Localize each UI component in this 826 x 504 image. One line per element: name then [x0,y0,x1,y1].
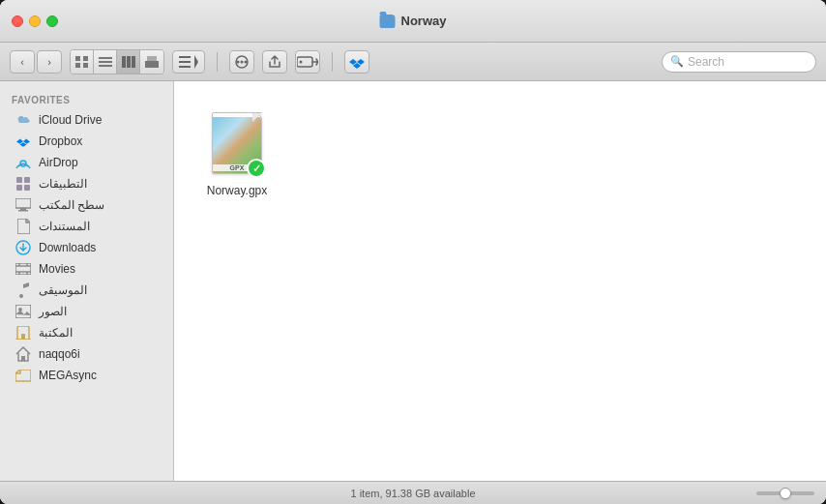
zoom-slider[interactable] [756,491,814,495]
svg-rect-34 [21,356,25,361]
svg-rect-27 [15,198,31,208]
sidebar-item-label: iCloud Drive [39,113,102,127]
sidebar-item-label: AirDrop [39,156,78,169]
svg-rect-24 [24,177,30,183]
title-text: Norway [401,14,447,28]
svg-rect-5 [99,61,112,63]
dropbox-button[interactable] [344,50,369,74]
cover-flow-button[interactable] [140,50,163,74]
toolbar-separator-2 [332,52,333,72]
search-box[interactable]: 🔍 [662,51,816,73]
maximize-button[interactable] [46,15,58,27]
svg-rect-11 [147,56,157,61]
forward-button[interactable]: › [37,50,62,74]
sidebar-item-label: Downloads [39,241,96,254]
svg-rect-31 [15,263,31,275]
svg-rect-32 [15,305,31,318]
apps-icon [15,176,31,192]
svg-marker-15 [194,55,198,69]
sidebar-item-downloads[interactable]: Downloads [4,237,169,258]
airdrop-icon [15,155,31,170]
downloads-icon [15,240,31,255]
svg-rect-1 [83,56,88,61]
svg-rect-26 [24,185,30,191]
sidebar-item-music[interactable]: الموسيقى [4,280,169,301]
zoom-slider-container [756,491,814,495]
finder-window: Norway ‹ › [0,0,826,504]
dropbox-sidebar-icon [15,133,31,149]
megasync-icon [15,368,31,383]
sidebar-item-movies[interactable]: Movies [4,258,169,280]
traffic-lights [12,15,58,27]
toolbar-separator-1 [217,52,218,72]
sidebar-item-home[interactable]: naqqo6i [4,343,169,365]
home-icon [15,346,31,362]
sidebar: Favorites iCloud Drive Dropbox [0,81,174,481]
main-content[interactable]: GPX Norway.gpx [174,81,826,481]
svg-rect-23 [16,177,22,183]
sidebar-item-megasync[interactable]: MEGAsync [4,365,169,386]
list-view-button[interactable] [94,50,117,74]
share-button[interactable] [262,50,287,74]
svg-rect-7 [122,56,126,68]
svg-point-19 [245,60,248,63]
svg-point-17 [241,60,244,63]
sidebar-item-documents[interactable]: المستندات [4,216,169,237]
sidebar-item-label: Movies [39,262,75,276]
svg-rect-13 [179,61,191,63]
svg-rect-0 [75,56,80,61]
sidebar-item-icloud-drive[interactable]: iCloud Drive [4,109,169,131]
close-button[interactable] [12,15,23,27]
file-item[interactable]: GPX Norway.gpx [193,101,280,205]
sidebar-item-pictures[interactable]: الصور [4,301,169,322]
sidebar-item-label: المستندات [39,220,90,233]
svg-rect-25 [16,185,22,191]
movies-icon [15,261,31,277]
back-button[interactable]: ‹ [10,50,35,74]
sidebar-section-favorites: Favorites [0,89,173,109]
svg-rect-10 [145,61,159,68]
svg-rect-12 [179,56,191,58]
search-icon: 🔍 [670,55,684,68]
file-corner-inner [252,113,261,122]
sidebar-item-label: MEGAsync [39,369,97,382]
sidebar-item-library[interactable]: المكتبة [4,322,169,343]
svg-rect-8 [127,56,131,68]
tag-button[interactable] [295,50,320,74]
svg-rect-4 [99,57,112,59]
check-badge [247,159,266,178]
arrange-button[interactable] [172,50,205,74]
column-view-button[interactable] [117,50,140,74]
sidebar-item-label: naqqo6i [39,347,80,361]
action-button[interactable] [229,50,254,74]
svg-rect-14 [179,66,191,68]
sidebar-item-dropbox[interactable]: Dropbox [4,131,169,152]
nav-buttons: ‹ › [10,50,62,74]
view-buttons [70,49,164,74]
sidebar-item-label: الصور [39,305,67,318]
pictures-icon [15,304,31,319]
window-title: Norway [380,14,447,28]
icon-view-button[interactable] [71,50,94,74]
search-input[interactable] [688,55,808,69]
svg-rect-3 [83,63,88,68]
sidebar-item-airdrop[interactable]: AirDrop [4,152,169,173]
sidebar-item-label: الموسيقى [39,283,87,297]
toolbar: ‹ › [0,43,826,81]
sidebar-item-desktop[interactable]: سطح المكتب [4,194,169,216]
content-area: Favorites iCloud Drive Dropbox [0,81,826,481]
sidebar-item-apps[interactable]: التطبيقات [4,173,169,194]
library-icon [15,325,31,341]
svg-point-18 [237,60,240,63]
desktop-icon [15,197,31,213]
file-name: Norway.gpx [207,184,267,197]
sidebar-item-label: التطبيقات [39,177,87,191]
minimize-button[interactable] [29,15,41,27]
svg-rect-2 [75,63,80,68]
documents-icon [15,219,31,234]
folder-icon [380,15,396,28]
svg-point-21 [300,60,303,63]
status-text: 1 item, 91.38 GB available [350,488,475,499]
svg-rect-9 [132,56,135,68]
zoom-slider-thumb[interactable] [780,488,791,499]
